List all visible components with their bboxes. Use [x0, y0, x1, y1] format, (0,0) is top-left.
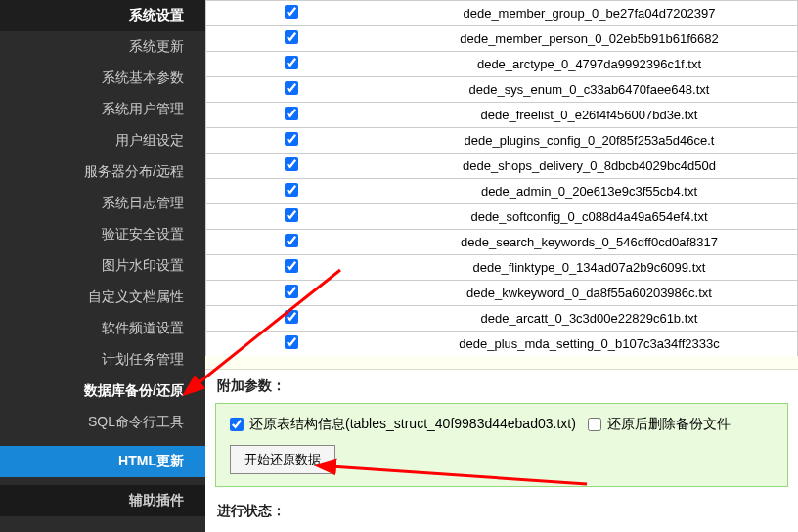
sidebar: 系统设置 系统更新 系统基本参数 系统用户管理 用户组设定 服务器分布/远程 系…: [0, 0, 205, 532]
file-name: dede_softconfig_0_c088d4a49a654ef4.txt: [381, 209, 797, 224]
sidebar-item-basic[interactable]: 系统基本参数: [0, 63, 205, 94]
sidebar-item-cron[interactable]: 计划任务管理: [0, 344, 205, 376]
sidebar-item-usergroup[interactable]: 用户组设定: [0, 125, 205, 156]
sidebar-item-docattr[interactable]: 自定义文档属性: [0, 282, 205, 313]
main-content: dede_member_group_0_be27fa04d7202397dede…: [205, 0, 798, 532]
sidebar-heading-system[interactable]: 系统设置: [0, 0, 205, 31]
file-checkbox[interactable]: [285, 30, 298, 44]
table-row: dede_member_person_0_02eb5b91b61f6682: [206, 26, 798, 52]
file-name: dede_arcatt_0_3c3d00e22829c61b.txt: [381, 311, 797, 326]
file-checkbox[interactable]: [285, 183, 298, 197]
file-name: dede_search_keywords_0_546dff0cd0af8317: [381, 235, 797, 249]
note-row: [205, 356, 798, 370]
file-checkbox[interactable]: [285, 310, 298, 324]
table-row: dede_member_group_0_be27fa04d7202397: [206, 1, 798, 26]
restore-struct-label: 还原表结构信息(tables_struct_40f9983d44ebad03.t…: [249, 416, 576, 433]
file-name: dede_admin_0_20e613e9c3f55cb4.txt: [381, 184, 797, 199]
params-title: 附加参数：: [205, 370, 798, 403]
file-name: dede_kwkeyword_0_da8f55a60203986c.txt: [381, 286, 797, 300]
restore-struct-checkbox[interactable]: [230, 418, 244, 431]
file-checkbox[interactable]: [285, 81, 298, 95]
sidebar-item-software[interactable]: 软件频道设置: [0, 313, 205, 344]
file-checkbox[interactable]: [285, 132, 298, 146]
sidebar-item-sql[interactable]: SQL命令行工具: [0, 407, 205, 438]
sidebar-item-user-mgmt[interactable]: 系统用户管理: [0, 94, 205, 125]
table-row: dede_sys_enum_0_c33ab6470faee648.txt: [206, 77, 798, 103]
table-row: dede_admin_0_20e613e9c3f55cb4.txt: [206, 179, 798, 204]
table-row: dede_shops_delivery_0_8dbcb4029bc4d50d: [206, 154, 798, 179]
file-name: dede_plugins_config_0_20f85f253a5d46ce.t: [381, 133, 797, 148]
file-checkbox[interactable]: [285, 335, 298, 349]
table-row: dede_arctype_0_4797da9992396c1f.txt: [206, 52, 798, 77]
file-checkbox[interactable]: [285, 208, 298, 222]
sidebar-item-update[interactable]: 系统更新: [0, 31, 205, 63]
file-checkbox[interactable]: [285, 107, 298, 120]
sidebar-item-db-backup[interactable]: 数据库备份/还原: [0, 376, 205, 407]
file-name: dede_shops_delivery_0_8dbcb4029bc4d50d: [381, 158, 797, 173]
sidebar-heading-html[interactable]: HTML更新: [0, 446, 205, 477]
table-row: dede_kwkeyword_0_da8f55a60203986c.txt: [206, 281, 798, 306]
table-row: dede_softconfig_0_c088d4a49a654ef4.txt: [206, 204, 798, 230]
file-table: dede_member_group_0_be27fa04d7202397dede…: [205, 0, 798, 357]
file-name: dede_member_person_0_02eb5b91b61f6682: [381, 31, 797, 46]
table-row: dede_plus_mda_setting_0_b107c3a34ff2333c: [206, 332, 798, 357]
sidebar-heading-plugin[interactable]: 辅助插件: [0, 485, 205, 516]
file-checkbox[interactable]: [285, 5, 298, 19]
file-name: dede_sys_enum_0_c33ab6470faee648.txt: [381, 82, 797, 97]
delete-after-checkbox[interactable]: [588, 418, 601, 431]
file-checkbox[interactable]: [285, 234, 298, 247]
sidebar-item-security[interactable]: 验证安全设置: [0, 219, 205, 250]
sidebar-item-server[interactable]: 服务器分布/远程: [0, 156, 205, 188]
file-checkbox[interactable]: [285, 157, 298, 171]
file-checkbox[interactable]: [285, 56, 298, 69]
table-row: dede_search_keywords_0_546dff0cd0af8317: [206, 230, 798, 255]
file-checkbox[interactable]: [285, 285, 298, 298]
table-row: dede_arcatt_0_3c3d00e22829c61b.txt: [206, 306, 798, 332]
table-row: dede_flinktype_0_134ad07a2b9c6099.txt: [206, 255, 798, 281]
file-name: dede_arctype_0_4797da9992396c1f.txt: [381, 57, 797, 71]
file-name: dede_flinktype_0_134ad07a2b9c6099.txt: [381, 260, 797, 275]
table-row: dede_freelist_0_e26f4f456007bd3e.txt: [206, 103, 798, 128]
file-checkbox[interactable]: [285, 259, 298, 273]
start-restore-button[interactable]: 开始还原数据: [230, 445, 335, 474]
file-name: dede_plus_mda_setting_0_b107c3a34ff2333c: [381, 336, 797, 351]
params-box: 还原表结构信息(tables_struct_40f9983d44ebad03.t…: [215, 403, 788, 487]
sidebar-item-log[interactable]: 系统日志管理: [0, 188, 205, 219]
delete-after-label: 还原后删除备份文件: [607, 416, 731, 433]
progress-title: 进行状态：: [205, 495, 798, 528]
file-name: dede_member_group_0_be27fa04d7202397: [381, 6, 797, 21]
table-row: dede_plugins_config_0_20f85f253a5d46ce.t: [206, 128, 798, 154]
sidebar-item-watermark[interactable]: 图片水印设置: [0, 250, 205, 282]
file-name: dede_freelist_0_e26f4f456007bd3e.txt: [381, 108, 797, 122]
